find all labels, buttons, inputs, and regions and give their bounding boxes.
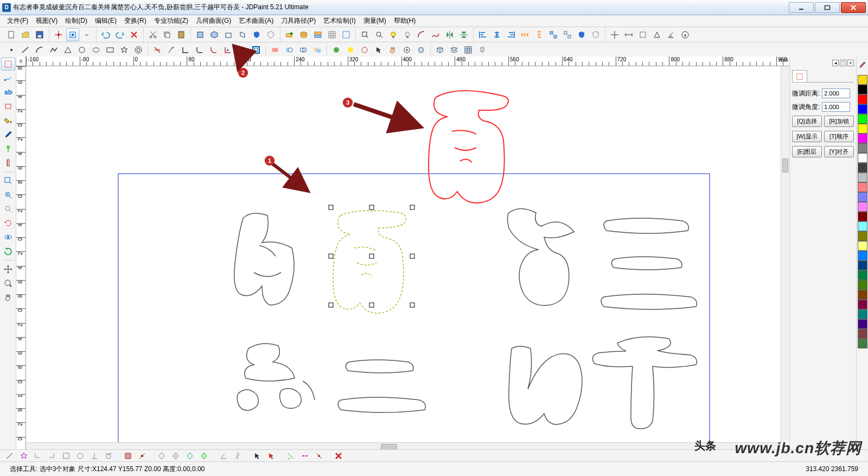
subtract-icon[interactable] xyxy=(283,43,296,56)
grid-display-icon[interactable] xyxy=(326,28,339,41)
chamfer-tool-icon[interactable] xyxy=(207,43,220,56)
ellipse-tool-icon[interactable] xyxy=(90,43,103,56)
crosshair-icon[interactable] xyxy=(608,28,621,41)
mirror-v-icon[interactable] xyxy=(443,28,456,41)
color-swatch[interactable] xyxy=(858,280,867,290)
btn-y-align[interactable]: [Y]对齐 xyxy=(824,146,854,157)
arc-draw-icon[interactable] xyxy=(33,43,46,56)
angle-icon[interactable] xyxy=(665,28,678,41)
ungroup-icon[interactable] xyxy=(561,28,574,41)
bt-d3-icon[interactable] xyxy=(184,450,196,461)
color-swatch[interactable] xyxy=(858,143,867,153)
light-red-icon[interactable] xyxy=(358,43,371,56)
align-center-icon[interactable] xyxy=(490,28,503,41)
color-swatch[interactable] xyxy=(858,339,867,348)
btn-r-lock[interactable]: [R]加锁 xyxy=(824,116,854,127)
new-icon[interactable] xyxy=(5,28,18,41)
group-icon[interactable] xyxy=(547,28,560,41)
extend-tool-icon[interactable] xyxy=(165,43,178,56)
color-swatch[interactable] xyxy=(858,231,867,241)
panel-max-icon[interactable]: □ xyxy=(840,60,846,66)
color-swatch[interactable] xyxy=(858,329,867,339)
fill-tool-icon[interactable] xyxy=(1,114,15,127)
pointer-2-icon[interactable] xyxy=(372,43,385,56)
rect-array-icon[interactable] xyxy=(250,43,263,56)
bt-d2-icon[interactable] xyxy=(170,450,182,461)
minimize-button[interactable] xyxy=(789,2,814,13)
view-top-icon[interactable] xyxy=(194,28,207,41)
cut-icon[interactable] xyxy=(146,28,159,41)
close-button[interactable] xyxy=(841,2,866,13)
maximize-button[interactable] xyxy=(815,2,840,13)
color-swatch[interactable] xyxy=(858,85,867,94)
color-swatch[interactable] xyxy=(858,163,867,173)
bulb-on-icon[interactable] xyxy=(387,28,400,41)
menu-artdraw[interactable]: 艺术绘制(I) xyxy=(320,15,359,27)
menu-measure[interactable]: 测量(M) xyxy=(360,15,390,27)
fillet-tool-icon[interactable] xyxy=(193,43,206,56)
zoom-window-icon[interactable] xyxy=(1,202,15,215)
panel-tab-select[interactable] xyxy=(792,70,807,82)
bulb-off-icon[interactable] xyxy=(401,28,414,41)
bt-corner2-icon[interactable] xyxy=(46,450,58,461)
shield-outline-icon[interactable] xyxy=(264,28,277,41)
zoom-rect-icon[interactable] xyxy=(1,174,15,187)
snap-grid-icon[interactable] xyxy=(52,28,65,41)
nudge-angle-input[interactable] xyxy=(822,102,850,112)
text-tool-icon[interactable]: abc xyxy=(1,86,15,99)
ring-tool-icon[interactable] xyxy=(132,43,145,56)
menu-pro[interactable]: 专业功能(Z) xyxy=(150,15,192,27)
layer-new-icon[interactable] xyxy=(283,28,296,41)
bt-sqfill-icon[interactable] xyxy=(122,450,134,461)
bt-rect-icon[interactable] xyxy=(60,450,72,461)
combine-icon[interactable] xyxy=(311,43,324,56)
btn-e-layer[interactable]: [E]图层 xyxy=(792,146,822,157)
color-swatch[interactable] xyxy=(858,212,867,221)
color-swatch[interactable] xyxy=(858,241,867,251)
menu-draw[interactable]: 绘制(D) xyxy=(61,15,91,27)
hand-2-icon[interactable] xyxy=(386,43,399,56)
grid-3d-icon[interactable] xyxy=(462,43,475,56)
save-icon[interactable] xyxy=(33,28,46,41)
line-tool-icon[interactable] xyxy=(19,43,32,56)
light-green-icon[interactable] xyxy=(330,43,343,56)
view-iso-icon[interactable] xyxy=(208,28,221,41)
color-swatch[interactable] xyxy=(858,182,867,192)
bt-star-icon[interactable] xyxy=(18,450,30,461)
align-right-icon[interactable] xyxy=(505,28,518,41)
rotate-view-icon[interactable] xyxy=(1,217,15,230)
color-swatch[interactable] xyxy=(858,94,867,104)
color-swatch[interactable] xyxy=(858,114,867,124)
bt-break2-icon[interactable] xyxy=(299,450,311,461)
shield-blue-icon[interactable] xyxy=(250,28,263,41)
polyline-tool-icon[interactable] xyxy=(47,43,60,56)
color-swatch[interactable] xyxy=(858,309,867,319)
nudge-distance-input[interactable] xyxy=(822,88,850,98)
select-tool-icon[interactable] xyxy=(1,58,15,71)
dist-h-icon[interactable] xyxy=(519,28,532,41)
break-tool-icon[interactable] xyxy=(221,43,234,56)
bt-x-big-icon[interactable] xyxy=(333,450,344,461)
hand-tool-icon[interactable] xyxy=(1,291,15,304)
view-front-icon[interactable] xyxy=(222,28,235,41)
btn-w-show[interactable]: [W]显示 xyxy=(792,131,822,142)
shield2-outline-icon[interactable] xyxy=(589,28,602,41)
layer-stack-icon[interactable] xyxy=(297,28,310,41)
panel-pin-icon[interactable]: ◂ xyxy=(832,60,839,66)
menu-edit[interactable]: 编辑(E) xyxy=(91,15,120,27)
circle-tool-icon[interactable] xyxy=(75,43,88,56)
measure-h-icon[interactable] xyxy=(622,28,635,41)
measure-3d-icon[interactable] xyxy=(650,28,663,41)
color-swatch[interactable] xyxy=(858,202,867,212)
union-icon[interactable] xyxy=(269,43,282,56)
bt-join-icon[interactable] xyxy=(313,450,325,461)
brush-tool-icon[interactable] xyxy=(1,128,15,141)
undo-icon[interactable] xyxy=(99,28,112,41)
snap-dropdown-icon[interactable] xyxy=(80,28,93,41)
nav-cube-icon[interactable] xyxy=(414,43,427,56)
selection-rect-icon[interactable] xyxy=(340,28,353,41)
panel-close-icon[interactable]: × xyxy=(847,60,854,66)
dist-v-icon[interactable] xyxy=(533,28,546,41)
bt-angle-icon[interactable] xyxy=(218,450,229,461)
mirror-h-icon[interactable] xyxy=(457,28,470,41)
